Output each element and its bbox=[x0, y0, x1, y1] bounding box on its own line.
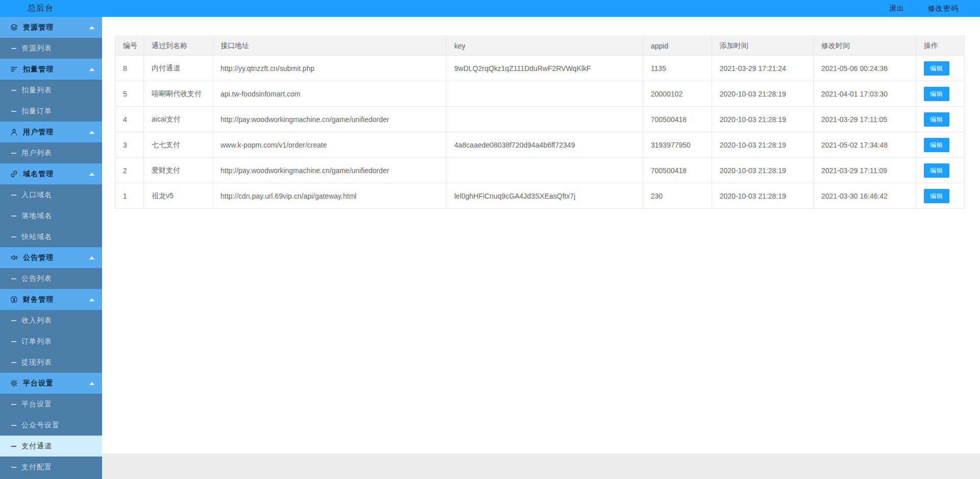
cell-actions: 编辑 bbox=[916, 158, 965, 183]
sidebar-item-1-0[interactable]: 扣量列表 bbox=[0, 80, 102, 101]
cell-created: 2020-10-03 21:28:19 bbox=[712, 81, 814, 107]
sidebar-item-6-3[interactable]: 支付配置 bbox=[0, 457, 102, 477]
cell-key bbox=[447, 107, 643, 132]
sidebar-item-label: 公众号设置 bbox=[21, 421, 60, 430]
column-header-appid: appid bbox=[643, 36, 712, 56]
column-header-created: 添加时间 bbox=[712, 36, 814, 56]
sidebar-item-6-2[interactable]: 支付通道 bbox=[0, 436, 102, 457]
sidebar-item-5-1[interactable]: 订单列表 bbox=[0, 331, 102, 352]
layers-icon bbox=[10, 23, 18, 31]
cell-created: 2020-10-03 21:28:19 bbox=[712, 183, 814, 209]
top-bar: 总后台 退出 修改密码 bbox=[0, 0, 980, 17]
column-header-url: 接口地址 bbox=[213, 36, 447, 56]
sidebar-group-1[interactable]: 扣量管理 bbox=[0, 59, 102, 80]
dash-icon bbox=[11, 236, 16, 237]
sidebar-item-3-2[interactable]: 快站域名 bbox=[0, 226, 102, 247]
cell-actions: 编辑 bbox=[916, 81, 965, 107]
table-body: 8内付通道http://yy.qtnzzft.cn/submit.php9wDL… bbox=[115, 56, 965, 209]
cell-appid: 1135 bbox=[643, 56, 712, 81]
cell-name: aicai支付 bbox=[144, 107, 213, 132]
change-password-link[interactable]: 修改密码 bbox=[928, 4, 959, 13]
cell-url: http://pay.woodworkingmachine.cn/game/un… bbox=[213, 107, 447, 132]
sidebar-group-5[interactable]: 财务管理 bbox=[0, 289, 102, 310]
sidebar-item-4-0[interactable]: 公告列表 bbox=[0, 268, 102, 289]
dash-icon bbox=[11, 446, 16, 447]
sidebar-item-2-0[interactable]: 用户列表 bbox=[0, 142, 102, 163]
column-header-name: 通过到名称 bbox=[144, 36, 213, 56]
footer-strip bbox=[102, 453, 980, 479]
sidebar-item-0-0[interactable]: 资源列表 bbox=[0, 38, 102, 59]
app-title: 总后台 bbox=[28, 3, 54, 14]
edit-button[interactable]: 编辑 bbox=[924, 189, 949, 203]
sidebar-item-3-1[interactable]: 落地域名 bbox=[0, 205, 102, 226]
edit-button[interactable]: 编辑 bbox=[924, 87, 949, 101]
edit-button[interactable]: 编辑 bbox=[924, 112, 949, 127]
column-header-actions: 操作 bbox=[916, 36, 965, 56]
dash-icon bbox=[11, 111, 16, 112]
sidebar-item-label: 扣量列表 bbox=[21, 86, 52, 95]
sidebar-group-6[interactable]: 平台设置 bbox=[0, 373, 102, 394]
cell-updated: 2021-04-01 17:03:30 bbox=[814, 81, 916, 107]
cell-url: http://pay.woodworkingmachine.cn/game/un… bbox=[213, 158, 447, 183]
edit-button[interactable]: 编辑 bbox=[924, 163, 949, 178]
sidebar-group-2[interactable]: 用户管理 bbox=[0, 122, 102, 142]
dash-icon bbox=[11, 425, 16, 426]
cell-url: www.k-popm.com/v1/order/create bbox=[213, 132, 447, 158]
dash-icon bbox=[11, 404, 16, 405]
sidebar-group-label: 公告管理 bbox=[23, 253, 54, 262]
sidebar-item-5-0[interactable]: 收入列表 bbox=[0, 310, 102, 331]
sidebar-item-label: 入口域名 bbox=[21, 190, 52, 200]
dash-icon bbox=[11, 362, 16, 363]
cell-name: 七七支付 bbox=[144, 132, 213, 158]
logout-link[interactable]: 退出 bbox=[889, 4, 904, 13]
sidebar: 资源管理 资源列表 扣量管理 扣量列表 扣量订单 用户管理 bbox=[0, 17, 102, 479]
cell-updated: 2021-05-02 17:34:48 bbox=[814, 132, 916, 158]
sidebar-group-0[interactable]: 资源管理 bbox=[0, 17, 102, 38]
cell-appid: 20000102 bbox=[643, 81, 712, 107]
cell-name: 爱财支付 bbox=[144, 158, 213, 183]
gear-icon bbox=[10, 379, 18, 387]
edit-button[interactable]: 编辑 bbox=[924, 138, 949, 152]
dash-icon bbox=[11, 195, 16, 196]
cell-id: 5 bbox=[115, 81, 144, 107]
sidebar-item-label: 收入列表 bbox=[21, 316, 52, 325]
sidebar-group-4[interactable]: 公告管理 bbox=[0, 247, 102, 268]
cell-name: 嘻唰唰代收支付 bbox=[144, 81, 213, 107]
user-icon bbox=[10, 128, 18, 136]
sidebar-item-5-2[interactable]: 提现列表 bbox=[0, 352, 102, 373]
payment-channels-table: 编号通过到名称接口地址keyappid添加时间修改时间操作 8内付通道http:… bbox=[115, 36, 965, 209]
cell-updated: 2021-03-30 16:46:42 bbox=[814, 183, 916, 209]
dash-icon bbox=[11, 467, 16, 468]
cell-id: 3 bbox=[115, 132, 144, 158]
sidebar-item-label: 订单列表 bbox=[21, 337, 52, 346]
sidebar-group-label: 扣量管理 bbox=[23, 65, 54, 74]
collapse-arrow-icon bbox=[89, 298, 94, 301]
sidebar-group-label: 域名管理 bbox=[23, 170, 54, 179]
sidebar-item-3-0[interactable]: 入口域名 bbox=[0, 184, 102, 205]
sidebar-group-label: 平台设置 bbox=[23, 379, 54, 388]
collapse-arrow-icon bbox=[89, 131, 94, 134]
cell-id: 4 bbox=[115, 107, 144, 132]
edit-button[interactable]: 编辑 bbox=[924, 61, 949, 76]
cell-key: 9wDLQ2rqQkz1qZ111DduRwF2RVWqKlkF bbox=[447, 56, 643, 81]
deduct-lines-icon bbox=[10, 65, 18, 73]
sidebar-item-6-1[interactable]: 公众号设置 bbox=[0, 415, 102, 436]
cell-updated: 2021-03-29 17:11:09 bbox=[814, 158, 916, 183]
dash-icon bbox=[11, 320, 16, 321]
collapse-arrow-icon bbox=[89, 382, 94, 385]
sidebar-group-3[interactable]: 域名管理 bbox=[0, 163, 102, 184]
cell-appid: 3193977950 bbox=[643, 132, 712, 158]
cell-key: 4a8caaede08038f720d94a4b6ff72349 bbox=[447, 132, 643, 158]
sidebar-item-6-0[interactable]: 平台设置 bbox=[0, 394, 102, 415]
cell-created: 2020-10-03 21:28:19 bbox=[712, 107, 814, 132]
cell-url: http://cdn.pay.url.69vip.cn/api/gateway.… bbox=[213, 183, 447, 209]
collapse-arrow-icon bbox=[89, 26, 94, 29]
sidebar-group-label: 用户管理 bbox=[23, 128, 54, 137]
dash-icon bbox=[11, 215, 16, 217]
collapse-arrow-icon bbox=[89, 256, 94, 259]
sidebar-item-1-1[interactable]: 扣量订单 bbox=[0, 101, 102, 122]
top-bar-actions: 退出 修改密码 bbox=[889, 4, 980, 13]
admin-app: 总后台 退出 修改密码 资源管理 资源列表 扣量管理 扣量列表 bbox=[0, 0, 980, 479]
column-header-key: key bbox=[447, 36, 643, 56]
table-row: 2爱财支付http://pay.woodworkingmachine.cn/ga… bbox=[115, 158, 965, 183]
